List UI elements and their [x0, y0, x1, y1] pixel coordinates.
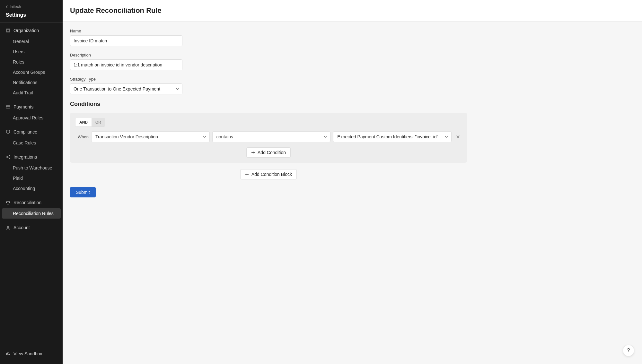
back-breadcrumb[interactable]: Initech: [6, 3, 57, 10]
condition-row: When Transaction Vendor Description cont…: [75, 131, 462, 142]
sidebar-section-payments[interactable]: Payments: [0, 101, 63, 113]
condition-operator-select[interactable]: contains: [212, 131, 331, 142]
chevron-down-icon: [445, 136, 448, 138]
sidebar-item-accounting[interactable]: Accounting: [0, 183, 63, 194]
sidebar-section-account[interactable]: Account: [0, 222, 63, 233]
sidebar-item-users[interactable]: Users: [0, 47, 63, 57]
field-strategy: Strategy Type One Transaction to One Exp…: [70, 77, 467, 94]
sidebar-item-plaid[interactable]: Plaid: [0, 173, 63, 183]
sidebar-section-reconciliation[interactable]: Reconciliation: [0, 197, 63, 208]
svg-rect-1: [7, 30, 8, 30]
close-icon: [456, 135, 460, 139]
page-title: Update Reconciliation Rule: [70, 6, 635, 15]
section-label: Organization: [13, 28, 39, 33]
plus-icon: [245, 172, 249, 176]
svg-rect-3: [7, 31, 8, 31]
sidebar-item-audit-trail[interactable]: Audit Trail: [0, 88, 63, 98]
section-label: Account: [13, 225, 30, 230]
sidebar-title: Settings: [6, 10, 57, 22]
sidebar-item-approval-rules[interactable]: Approval Rules: [0, 113, 63, 123]
svg-rect-2: [8, 30, 9, 30]
conditions-block: AND OR When Transaction Vendor Descripti…: [70, 113, 467, 163]
shield-icon: [6, 130, 10, 134]
name-input[interactable]: [70, 35, 182, 46]
add-condition-wrap: Add Condition: [75, 147, 462, 158]
view-sandbox-link[interactable]: View Sandbox: [6, 348, 57, 360]
strategy-label: Strategy Type: [70, 77, 467, 82]
add-condition-block-button[interactable]: Add Condition Block: [240, 169, 297, 179]
sidebar-item-roles[interactable]: Roles: [0, 57, 63, 67]
and-button[interactable]: AND: [75, 118, 92, 126]
description-input[interactable]: [70, 59, 182, 70]
condition-operator-value: contains: [216, 134, 233, 139]
name-label: Name: [70, 29, 467, 33]
section-label: Compliance: [13, 129, 37, 134]
form-area: Name Description Strategy Type One Trans…: [63, 22, 474, 204]
sidebar-section-integrations[interactable]: Integrations: [0, 151, 63, 163]
logic-toggle: AND OR: [75, 118, 105, 127]
section-label: Reconciliation: [13, 200, 41, 205]
section-label: Integrations: [13, 154, 37, 160]
svg-rect-4: [8, 31, 9, 31]
remove-condition-button[interactable]: [454, 133, 462, 141]
sidebar-header: Initech Settings: [0, 0, 63, 22]
share-icon: [6, 155, 10, 159]
plus-icon: [251, 151, 255, 154]
submit-button[interactable]: Submit: [70, 187, 96, 197]
svg-line-11: [7, 157, 9, 158]
strategy-select[interactable]: One Transaction to One Expected Payment: [70, 83, 182, 94]
main-content: Update Reconciliation Rule Name Descript…: [63, 0, 642, 364]
condition-field-select[interactable]: Transaction Vendor Description: [91, 131, 210, 142]
svg-rect-0: [6, 29, 10, 32]
chevron-down-icon: [324, 136, 327, 138]
sidebar-footer: View Sandbox: [0, 343, 63, 364]
user-icon: [6, 225, 10, 230]
add-block-wrap: Add Condition Block: [70, 169, 467, 179]
sidebar-section-organization[interactable]: Organization: [0, 25, 63, 36]
strategy-value: One Transaction to One Expected Payment: [70, 83, 182, 94]
description-label: Description: [70, 53, 467, 57]
svg-point-17: [6, 353, 8, 354]
svg-point-15: [7, 226, 9, 228]
add-condition-label: Add Condition: [258, 150, 286, 155]
chevron-left-icon: [6, 5, 8, 8]
when-label: When: [75, 134, 89, 139]
sidebar-section-compliance[interactable]: Compliance: [0, 126, 63, 138]
scale-icon: [6, 200, 10, 205]
sidebar-item-push-warehouse[interactable]: Push to Warehouse: [0, 163, 63, 173]
sidebar-item-reconciliation-rules[interactable]: Reconciliation Rules: [2, 208, 61, 219]
sidebar-item-general[interactable]: General: [0, 36, 63, 47]
field-description: Description: [70, 53, 467, 70]
condition-value-value: Expected Payment Custom Identifiers: "in…: [337, 134, 438, 139]
condition-field-value: Transaction Vendor Description: [95, 134, 158, 139]
main-header: Update Reconciliation Rule: [63, 0, 642, 22]
conditions-title: Conditions: [70, 101, 467, 108]
condition-value-select[interactable]: Expected Payment Custom Identifiers: "in…: [333, 131, 452, 142]
building-icon: [6, 28, 10, 33]
sidebar-item-account-groups[interactable]: Account Groups: [0, 67, 63, 77]
svg-line-10: [7, 156, 9, 157]
chevron-down-icon: [203, 136, 206, 138]
sidebar-nav: Organization General Users Roles Account…: [0, 23, 63, 343]
sidebar-item-notifications[interactable]: Notifications: [0, 77, 63, 88]
or-button[interactable]: OR: [92, 118, 105, 126]
field-name: Name: [70, 29, 467, 46]
add-block-label: Add Condition Block: [251, 172, 292, 177]
sidebar-item-case-rules[interactable]: Case Rules: [0, 138, 63, 148]
help-button[interactable]: ?: [623, 345, 634, 356]
footer-label: View Sandbox: [13, 351, 42, 356]
toggle-icon: [6, 351, 10, 356]
add-condition-button[interactable]: Add Condition: [246, 147, 291, 158]
card-icon: [6, 105, 10, 109]
section-label: Payments: [13, 104, 33, 109]
sidebar: Initech Settings Organization General Us…: [0, 0, 63, 364]
svg-rect-5: [6, 106, 10, 108]
back-label: Initech: [10, 4, 21, 9]
